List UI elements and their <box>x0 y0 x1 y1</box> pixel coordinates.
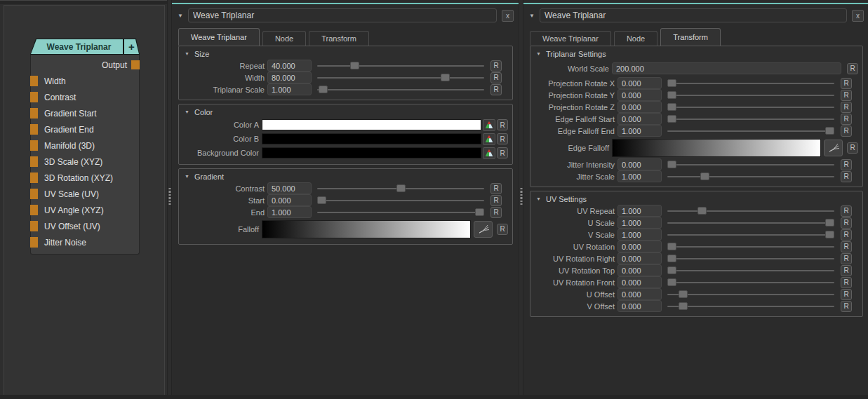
input-port[interactable] <box>30 173 38 183</box>
slider-handle[interactable] <box>825 231 834 238</box>
reset-button[interactable]: R <box>497 147 508 158</box>
slider-handle[interactable] <box>667 103 676 111</box>
node-add-button[interactable]: + <box>123 39 139 54</box>
node-graph-canvas[interactable]: Weave Triplanar + Output WidthContrastGr… <box>4 5 165 399</box>
color-picker-button[interactable] <box>483 147 495 159</box>
slider-handle[interactable] <box>679 290 688 298</box>
close-icon[interactable]: x <box>502 10 514 22</box>
slider-handle[interactable] <box>825 219 834 226</box>
slider-handle[interactable] <box>441 74 450 81</box>
section-header[interactable]: ▼Color <box>183 106 508 118</box>
color-picker-button[interactable] <box>483 133 495 145</box>
slider[interactable] <box>317 83 484 95</box>
reset-button[interactable]: R <box>490 207 502 218</box>
slider[interactable] <box>667 125 834 137</box>
color-picker-button[interactable] <box>483 119 495 131</box>
slider[interactable] <box>667 89 834 101</box>
section-header[interactable]: ▼Gradient <box>183 170 508 182</box>
gradient-ramp[interactable] <box>612 139 821 157</box>
reset-button[interactable]: R <box>490 72 502 83</box>
value-field[interactable] <box>617 276 662 288</box>
input-port[interactable] <box>30 108 38 119</box>
gradient-ramp[interactable] <box>262 220 471 238</box>
value-field[interactable] <box>617 288 662 300</box>
reset-button[interactable]: R <box>841 301 852 312</box>
reset-button[interactable]: R <box>841 171 852 182</box>
panel-title-field[interactable] <box>540 8 847 22</box>
value-field[interactable] <box>617 113 662 125</box>
section-header[interactable]: ▼UV Settings <box>535 193 858 205</box>
value-field[interactable] <box>617 229 662 241</box>
slider[interactable] <box>667 252 834 264</box>
value-field[interactable] <box>267 182 312 194</box>
curve-edit-button[interactable] <box>824 140 843 156</box>
input-port[interactable] <box>30 205 38 215</box>
value-field[interactable] <box>617 264 662 276</box>
splitter-right[interactable] <box>519 0 523 399</box>
slider[interactable] <box>667 170 834 182</box>
value-field[interactable] <box>267 60 312 72</box>
slider[interactable] <box>317 60 484 72</box>
slider[interactable] <box>667 241 834 252</box>
slider-handle[interactable] <box>667 243 676 250</box>
reset-button[interactable]: R <box>490 60 502 72</box>
section-header[interactable]: ▼Size <box>183 48 508 60</box>
input-port[interactable] <box>30 221 38 231</box>
tab-weave-triplanar[interactable]: Weave Triplanar <box>178 28 260 46</box>
slider[interactable] <box>667 276 834 288</box>
reset-button[interactable]: R <box>841 159 852 170</box>
slider-handle[interactable] <box>667 266 676 274</box>
reset-button[interactable]: R <box>490 183 502 194</box>
value-field[interactable] <box>612 62 841 74</box>
value-field[interactable] <box>617 125 662 137</box>
input-port[interactable] <box>30 189 38 199</box>
value-field[interactable] <box>617 89 662 101</box>
slider-handle[interactable] <box>667 91 676 99</box>
collapse-arrow-icon[interactable]: ▼ <box>178 13 188 19</box>
slider[interactable] <box>667 229 834 241</box>
color-swatch[interactable] <box>262 147 481 158</box>
input-port[interactable] <box>30 156 38 167</box>
reset-button[interactable]: R <box>841 229 852 241</box>
collapse-arrow-icon[interactable]: ▼ <box>529 13 540 19</box>
slider[interactable] <box>667 158 834 170</box>
value-field[interactable] <box>617 158 662 170</box>
value-field[interactable] <box>267 72 312 83</box>
slider-handle[interactable] <box>475 208 484 216</box>
reset-button[interactable]: R <box>841 217 852 229</box>
input-port[interactable] <box>30 237 38 248</box>
reset-button[interactable]: R <box>841 90 852 101</box>
value-field[interactable] <box>617 170 662 182</box>
value-field[interactable] <box>267 83 312 95</box>
reset-button[interactable]: R <box>847 63 858 74</box>
value-field[interactable] <box>617 241 662 252</box>
reset-button[interactable]: R <box>841 253 852 264</box>
reset-button[interactable]: R <box>841 205 852 217</box>
weave-triplanar-node[interactable]: Weave Triplanar + Output WidthContrastGr… <box>30 39 140 255</box>
reset-button[interactable]: R <box>841 265 852 276</box>
value-field[interactable] <box>617 217 662 229</box>
section-header[interactable]: ▼Triplanar Settings <box>535 48 858 60</box>
tab-weave-triplanar[interactable]: Weave Triplanar <box>530 31 611 46</box>
slider-handle[interactable] <box>679 302 688 310</box>
reset-button[interactable]: R <box>847 142 858 154</box>
tab-transform[interactable]: Transform <box>309 31 369 46</box>
reset-button[interactable]: R <box>497 119 508 130</box>
slider-handle[interactable] <box>667 255 676 262</box>
reset-button[interactable]: R <box>497 133 508 144</box>
reset-button[interactable]: R <box>841 241 852 252</box>
slider-handle[interactable] <box>667 115 676 123</box>
curve-edit-button[interactable] <box>474 221 493 238</box>
node-header[interactable]: Weave Triplanar + <box>30 39 140 55</box>
tab-node[interactable]: Node <box>614 31 657 46</box>
slider[interactable] <box>667 101 834 113</box>
reset-button[interactable]: R <box>490 84 502 95</box>
panel-title-field[interactable] <box>188 8 497 22</box>
slider[interactable] <box>667 217 834 229</box>
reset-button[interactable]: R <box>841 289 852 300</box>
value-field[interactable] <box>617 77 662 89</box>
close-icon[interactable]: x <box>852 10 864 22</box>
slider[interactable] <box>667 264 834 276</box>
slider[interactable] <box>667 77 834 89</box>
slider[interactable] <box>667 288 834 300</box>
